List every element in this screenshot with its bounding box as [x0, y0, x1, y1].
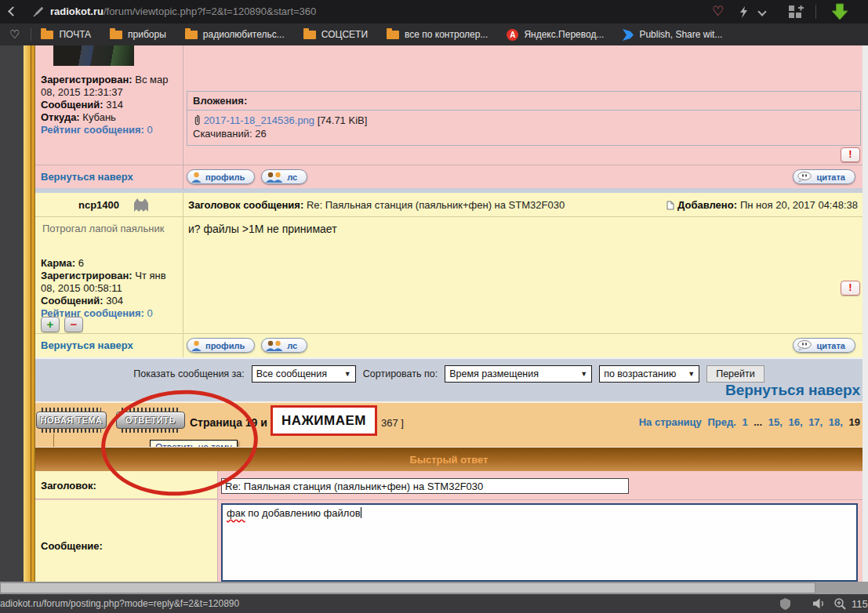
private-message-button[interactable]: лс	[261, 338, 307, 353]
new-topic-button[interactable]: НОВАЯ ТЕМА	[36, 408, 107, 433]
post2-posted: Добавлено: Пн ноя 20, 2017 04:48:38	[666, 199, 858, 211]
attachments-title: Вложения:	[187, 92, 860, 111]
registered-label: Зарегистрирован:	[41, 270, 133, 281]
browser-window: radiokot.ru/forum/viewtopic.php?f=2&t=12…	[0, 0, 868, 613]
post2-subject: Заголовок сообщения: Re: Паяльная станци…	[188, 199, 565, 211]
report-post-button[interactable]: !	[841, 147, 860, 162]
quote-button[interactable]: цитата	[793, 169, 855, 184]
url-display[interactable]: radiokot.ru/forum/viewtopic.php?f=2&t=12…	[50, 5, 316, 17]
volume-icon[interactable]	[812, 598, 826, 609]
bookmark-radiolyubitels[interactable]: радиолюбительс...	[185, 29, 285, 40]
page-link-1[interactable]: 1	[742, 416, 747, 428]
attachments-box: Вложения: 2017-11-18_214536.png [74.71 K…	[187, 91, 861, 146]
yandex-translate-icon: A	[507, 29, 518, 41]
back-to-top-big-link[interactable]: Вернуться наверх	[725, 382, 860, 399]
horizontal-scrollbar[interactable]	[0, 582, 868, 594]
misspelled-word: фак	[227, 507, 245, 519]
page-left-border	[24, 45, 35, 582]
reply-button[interactable]: ОТВЕТИТЬ	[116, 408, 185, 433]
private-message-button[interactable]: лс	[261, 169, 307, 184]
bookmark-socseti[interactable]: СОЦСЕТИ	[303, 29, 368, 40]
bookmark-kontrolery[interactable]: все по контролер...	[387, 29, 488, 40]
karma-minus-button[interactable]: −	[64, 317, 83, 332]
bookmark-pribory[interactable]: приборы	[110, 29, 166, 40]
bookmark-label: все по контролер...	[405, 29, 488, 40]
url-host: radiokot.ru	[50, 5, 104, 17]
sort-by-label: Сортировать по:	[363, 368, 438, 379]
extensions-grid-icon[interactable]	[789, 5, 804, 19]
bookmark-label: Publish, Share wit...	[639, 29, 722, 40]
page-link-16[interactable]: 16,	[788, 416, 802, 428]
post2-username[interactable]: ncp1400	[78, 199, 119, 211]
page-link-18[interactable]: 18,	[829, 416, 843, 428]
bookmark-label: ПОЧТА	[59, 29, 91, 40]
prev-page-link[interactable]: Пред.	[707, 416, 735, 428]
page-navigation: На страницу Пред. 1 ... 15, 16, 17, 18, …	[636, 416, 860, 428]
chevron-down-icon[interactable]	[757, 7, 766, 16]
status-bar: adiokot.ru/forum/posting.php?mode=reply&…	[0, 594, 868, 613]
back-to-top-link[interactable]: Вернуться наверх	[41, 171, 133, 183]
sort-by-select[interactable]: Время размещения ▼	[445, 365, 592, 383]
subject-label: Заголовок сообщения:	[188, 199, 303, 211]
two-persons-icon	[266, 340, 283, 351]
bookmarks-bar: ♡ ПОЧТА приборы радиолюбительс... СОЦСЕТ…	[0, 24, 868, 45]
post2-user-rank: Потрогал лапой паяльник	[42, 222, 168, 235]
favorites-heart-icon[interactable]: ♡	[712, 3, 724, 19]
posted-value: Пн ноя 20, 2017 04:48:38	[740, 199, 858, 211]
profile-button[interactable]: профиль	[187, 169, 255, 184]
display-controls: Показать сообщения за: Все сообщения ▼ С…	[35, 357, 863, 401]
show-posts-value: Все сообщения	[256, 368, 327, 379]
quick-reply-form: Заголовок: Сообщение: фак по добавлению …	[35, 471, 863, 582]
zoom-level[interactable]: 115	[852, 598, 868, 610]
message-textarea[interactable]: фак по добавлению файлов	[221, 503, 858, 582]
rating-label[interactable]: Рейтинг сообщения:	[41, 124, 144, 136]
folder-icon	[185, 31, 198, 39]
karma-value: 6	[78, 257, 84, 269]
sort-order-select[interactable]: по возрастанию ▼	[599, 365, 699, 383]
bookmark-pochta[interactable]: ПОЧТА	[41, 29, 91, 40]
paperclip-icon	[193, 114, 201, 126]
subject-input[interactable]	[221, 478, 629, 494]
quote-label: цитата	[816, 341, 845, 350]
quote-button[interactable]: цитата	[793, 338, 855, 353]
nav-label-link[interactable]: На страницу	[639, 416, 702, 428]
posted-label: Добавлено:	[677, 199, 737, 211]
quick-reply-header: Быстрый ответ	[35, 447, 863, 471]
go-button[interactable]: Перейти	[706, 365, 764, 383]
page-link-17[interactable]: 17,	[808, 416, 823, 428]
message-text: по добавлению файлов	[245, 507, 361, 519]
zoom-magnifier-icon[interactable]	[834, 598, 846, 610]
quote-bubble-icon	[797, 172, 812, 182]
vertical-scrollbar-area[interactable]	[863, 45, 868, 582]
cell-divider	[183, 165, 183, 189]
back-icon[interactable]	[8, 6, 18, 16]
folder-icon	[41, 31, 53, 39]
bookmark-label: Яндекс.Перевод...	[524, 29, 604, 40]
sort-by-value: Время размещения	[449, 368, 539, 379]
protect-shield-icon[interactable]	[780, 598, 790, 610]
bookmarks-heart-icon[interactable]: ♡	[9, 27, 20, 42]
posts-label: Сообщений:	[41, 295, 104, 306]
download-arrow-icon[interactable]	[830, 3, 850, 20]
profile-button[interactable]: профиль	[187, 338, 255, 353]
show-posts-select[interactable]: Все сообщения ▼	[252, 365, 356, 383]
page-link-15[interactable]: 15,	[768, 416, 783, 428]
attachment-link[interactable]: 2017-11-18_214536.png	[204, 114, 314, 126]
karma-plus-button[interactable]: +	[41, 317, 60, 332]
reply-label: ОТВЕТИТЬ	[116, 412, 185, 429]
current-page: 19	[849, 416, 860, 428]
report-post-button[interactable]: !	[841, 281, 860, 296]
scrollbar-thumb[interactable]	[0, 582, 815, 593]
posts-value: 314	[106, 99, 123, 111]
page-side-background	[0, 45, 24, 582]
post-row-2: ncp1400 Заголовок сообщения: Re: Паяльна…	[35, 193, 863, 357]
registered-label: Зарегистрирован:	[41, 74, 133, 85]
subject-field-label: Заголовок:	[41, 480, 96, 491]
page-number-text: Страница 19 и	[190, 416, 267, 429]
pm-label: лс	[287, 341, 297, 350]
cell-divider	[183, 45, 183, 165]
turbo-lightning-icon[interactable]	[739, 6, 749, 18]
bookmark-publish-share[interactable]: Publish, Share wit...	[623, 29, 722, 41]
back-to-top-link[interactable]: Вернуться наверх	[41, 339, 133, 351]
bookmark-yandex-translate[interactable]: AЯндекс.Перевод...	[507, 29, 604, 41]
